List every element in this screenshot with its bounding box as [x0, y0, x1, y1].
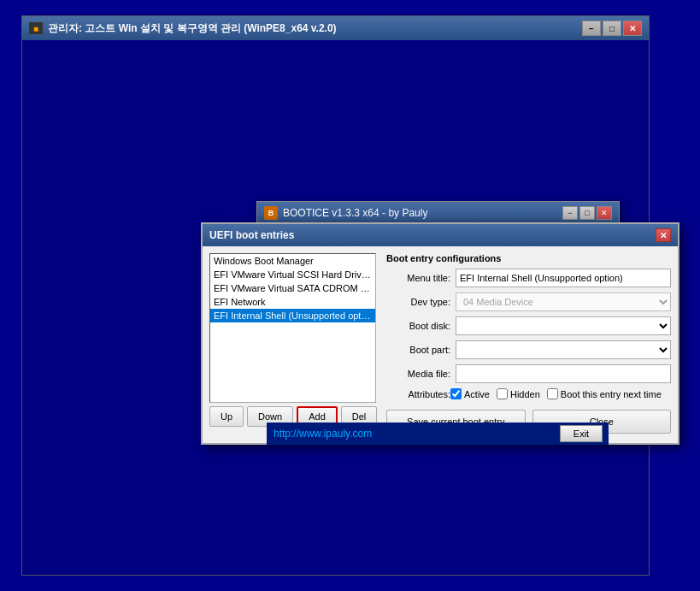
config-group-label: Boot entry configurations — [386, 253, 671, 263]
bootice-close-button[interactable]: ✕ — [597, 206, 612, 220]
dev-type-select[interactable]: 04 Media Device — [456, 293, 671, 311]
menu-title-input[interactable] — [456, 269, 671, 287]
media-file-row: Media file: — [386, 364, 671, 383]
list-item[interactable]: Windows Boot Manager — [210, 254, 375, 268]
bg-window-title: 관리자: 고스트 Win 설치 및 복구영역 관리 (WinPE8_x64 v.… — [48, 21, 337, 36]
uefi-dialog-title: UEFI boot entries — [209, 229, 294, 241]
active-checkbox-label[interactable]: Active — [450, 388, 490, 399]
boot-next-checkbox-label[interactable]: Boot this entry next time — [547, 388, 662, 399]
media-file-input[interactable] — [456, 364, 671, 383]
media-file-label: Media file: — [386, 369, 450, 379]
boot-config-panel: Boot entry configurations Menu title: De… — [386, 253, 671, 436]
boot-list-panel: Windows Boot Manager EFI VMware Virtual … — [209, 253, 376, 436]
bg-window-title-area: ■ 관리자: 고스트 Win 설치 및 복구영역 관리 (WinPE8_x64 … — [29, 21, 337, 36]
attributes-row: Attributes: Active Hidden Boot this entr… — [386, 388, 671, 399]
bootice-icon: B — [264, 206, 278, 220]
exit-button[interactable]: Exit — [560, 425, 603, 442]
bootice-maximize-button[interactable]: □ — [579, 206, 595, 220]
bootice-controls: − □ ✕ — [562, 206, 612, 220]
url-text: http://www.ipauly.com — [274, 428, 372, 440]
bg-minimize-button[interactable]: − — [582, 21, 601, 36]
hidden-label: Hidden — [510, 389, 540, 399]
boot-disk-row: Boot disk: — [386, 316, 671, 335]
list-item[interactable]: EFI Network — [210, 295, 375, 309]
active-checkbox[interactable] — [450, 388, 462, 399]
menu-title-label: Menu title: — [386, 273, 450, 283]
hidden-checkbox-label[interactable]: Hidden — [497, 388, 540, 399]
bootice-titlebar: B BOOTICE v1.3.3 x64 - by Pauly − □ ✕ — [257, 202, 619, 224]
uefi-dialog: UEFI boot entries ✕ Windows Boot Manager… — [201, 222, 679, 445]
bootice-window: B BOOTICE v1.3.3 x64 - by Pauly − □ ✕ — [256, 201, 620, 225]
list-item[interactable]: EFI VMware Virtual SATA CDROM Drive ( — [210, 281, 375, 295]
bg-maximize-button[interactable]: □ — [603, 21, 621, 36]
list-item[interactable]: EFI VMware Virtual SCSI Hard Drive (0.0) — [210, 268, 375, 281]
bg-window-icon: ■ — [29, 22, 43, 34]
uefi-body: Windows Boot Manager EFI VMware Virtual … — [203, 246, 678, 443]
boot-part-label: Boot part: — [386, 345, 450, 355]
boot-disk-label: Boot disk: — [386, 321, 450, 331]
uefi-titlebar: UEFI boot entries ✕ — [203, 224, 678, 246]
boot-part-select[interactable] — [456, 340, 671, 359]
bootice-title: BOOTICE v1.3.3 x64 - by Pauly — [283, 207, 427, 219]
bg-close-button[interactable]: ✕ — [623, 21, 642, 36]
boot-disk-select[interactable] — [456, 316, 671, 335]
bg-window-controls: − □ ✕ — [582, 21, 642, 36]
uefi-close-button[interactable]: ✕ — [656, 228, 671, 242]
hidden-checkbox[interactable] — [497, 388, 508, 399]
menu-title-row: Menu title: — [386, 269, 671, 287]
boot-next-checkbox[interactable] — [547, 388, 558, 399]
up-button[interactable]: Up — [209, 406, 244, 427]
list-item-selected[interactable]: EFI Internal Shell (Unsupported option) — [210, 309, 375, 322]
bootice-minimize-button[interactable]: − — [562, 206, 578, 220]
bootice-title-area: B BOOTICE v1.3.3 x64 - by Pauly — [264, 206, 427, 220]
bg-window-titlebar: ■ 관리자: 고스트 Win 설치 및 복구영역 관리 (WinPE8_x64 … — [22, 16, 649, 40]
active-label: Active — [464, 389, 490, 399]
url-bar: http://www.ipauly.com — [267, 423, 609, 445]
boot-entries-list[interactable]: Windows Boot Manager EFI VMware Virtual … — [209, 253, 376, 403]
dev-type-row: Dev type: 04 Media Device — [386, 293, 671, 311]
boot-next-label: Boot this entry next time — [561, 389, 662, 399]
boot-part-row: Boot part: — [386, 340, 671, 359]
attributes-label: Attributes: — [386, 389, 450, 399]
dev-type-label: Dev type: — [386, 297, 450, 307]
